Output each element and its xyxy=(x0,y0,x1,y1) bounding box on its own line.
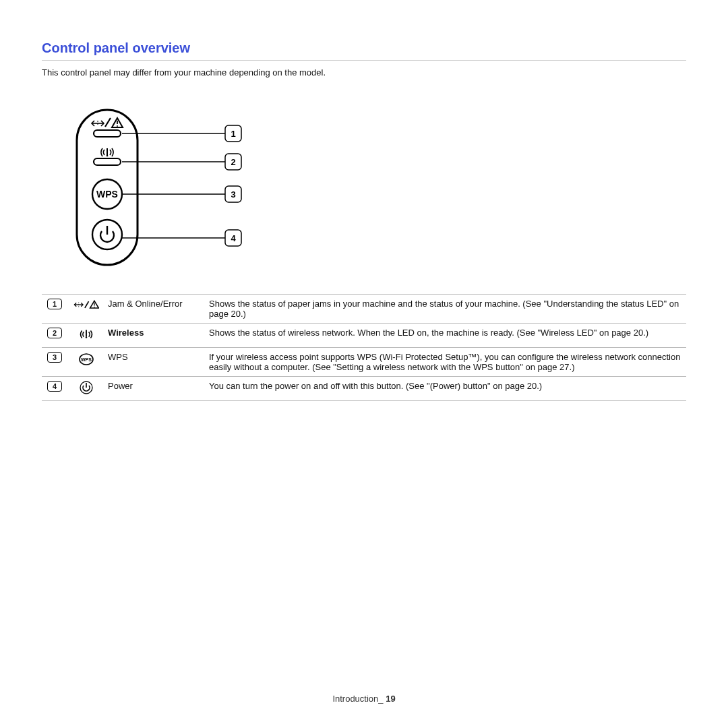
svg-rect-12 xyxy=(94,158,121,165)
row-num: 2 xyxy=(47,328,62,338)
row-label: Jam & Online/Error xyxy=(108,299,183,309)
page-footer: Introduction_ 19 xyxy=(0,694,728,704)
wps-button-label: WPS xyxy=(96,189,118,200)
svg-text:WPS: WPS xyxy=(81,357,92,362)
section-title: Control panel overview xyxy=(42,40,686,61)
row-num: 1 xyxy=(47,299,62,309)
table-row: 3 WPS WPS If your wireless access point … xyxy=(42,348,686,377)
svg-point-6 xyxy=(117,125,118,127)
wireless-icon xyxy=(79,328,94,343)
svg-point-11 xyxy=(107,155,109,157)
table-row: 4 Power You can turn the power on and of… xyxy=(42,377,686,401)
intro-text: This control panel may differ from your … xyxy=(42,67,686,78)
table-row: 2 Wireless Shows the status of wireless … xyxy=(42,324,686,348)
row-desc: You can turn the power on and off with t… xyxy=(209,381,542,391)
jam-error-icon xyxy=(73,299,99,313)
footer-chapter: Introduction xyxy=(332,694,378,704)
table-row: 1 Jam & Online/Error Shows the xyxy=(42,295,686,324)
callout-2: 2 xyxy=(231,157,235,167)
footer-sep: _ xyxy=(378,694,386,704)
svg-line-24 xyxy=(85,301,89,308)
jam-error-icon xyxy=(92,118,123,127)
row-label: WPS xyxy=(108,352,128,362)
svg-rect-7 xyxy=(94,130,121,137)
row-num: 4 xyxy=(47,381,62,392)
row-label: Wireless xyxy=(108,328,144,338)
row-desc: Shows the status of paper jams in your m… xyxy=(209,299,679,319)
row-desc: If your wireless access point supports W… xyxy=(209,352,680,372)
svg-line-3 xyxy=(105,118,111,127)
footer-page-number: 19 xyxy=(386,694,395,704)
row-label: Power xyxy=(108,381,133,391)
callout-1: 1 xyxy=(231,129,235,139)
wps-icon: WPS xyxy=(79,352,94,369)
control-panel-table: 1 Jam & Online/Error Shows the xyxy=(42,294,686,401)
power-icon xyxy=(80,381,93,396)
callout-3: 3 xyxy=(231,189,235,200)
svg-point-27 xyxy=(94,307,94,307)
row-num: 3 xyxy=(47,352,62,363)
power-icon xyxy=(100,226,114,242)
svg-point-29 xyxy=(86,336,87,338)
row-desc: Shows the status of wireless network. Wh… xyxy=(209,328,648,338)
control-panel-diagram: 1 2 WPS 3 xyxy=(70,103,686,274)
wireless-icon xyxy=(101,148,113,156)
callout-4: 4 xyxy=(231,233,236,243)
